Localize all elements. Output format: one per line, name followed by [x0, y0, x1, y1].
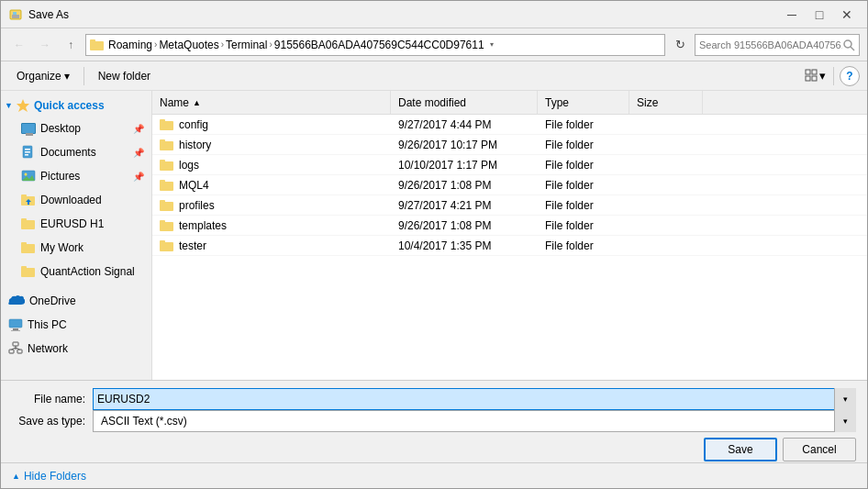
- col-header-name[interactable]: Name ▲: [152, 91, 391, 114]
- sidebar-pictures-label: Pictures: [40, 170, 80, 183]
- sidebar-item-onedrive[interactable]: OneDrive: [1, 289, 151, 313]
- sidebar-item-pictures[interactable]: Pictures 📌: [1, 164, 151, 188]
- minimize-button[interactable]: ─: [779, 5, 805, 25]
- search-icon: [842, 39, 855, 51]
- svg-rect-7: [806, 70, 810, 74]
- folder-icon-breadcrumb: [90, 38, 105, 52]
- up-button[interactable]: ↑: [60, 34, 82, 56]
- new-folder-button[interactable]: New folder: [90, 65, 159, 87]
- svg-marker-11: [17, 99, 29, 112]
- sidebar-item-downloaded[interactable]: Downloaded: [1, 188, 151, 212]
- file-type: File folder: [538, 239, 629, 252]
- svg-rect-25: [21, 242, 27, 246]
- table-row[interactable]: history 9/26/2017 10:17 PM File folder: [152, 135, 867, 155]
- svg-point-5: [844, 40, 851, 48]
- sidebar-item-quantaction[interactable]: QuantAction Signal: [1, 260, 151, 283]
- title-bar-left: Save As: [8, 7, 69, 22]
- file-folder-icon: [160, 218, 174, 233]
- col-header-type[interactable]: Type: [538, 91, 629, 114]
- sidebar-item-documents[interactable]: Documents 📌: [1, 140, 151, 164]
- quick-access-header[interactable]: ▼ Quick access: [1, 94, 151, 117]
- file-list: config 9/27/2017 4:44 PM File folder his…: [152, 115, 867, 380]
- file-date: 10/10/2017 1:17 PM: [391, 159, 538, 172]
- breadcrumb-dropdown[interactable]: ▾: [484, 35, 499, 55]
- table-row[interactable]: logs 10/10/2017 1:17 PM File folder: [152, 155, 867, 175]
- svg-point-17: [25, 173, 28, 176]
- svg-rect-29: [13, 328, 18, 330]
- forward-button[interactable]: →: [34, 34, 56, 56]
- sidebar-downloaded-label: Downloaded: [40, 194, 102, 206]
- file-date: 9/26/2017 10:17 PM: [391, 139, 538, 151]
- maximize-button[interactable]: □: [807, 5, 832, 25]
- file-name: history: [179, 139, 211, 151]
- svg-rect-48: [160, 220, 165, 224]
- file-name: profiles: [179, 199, 215, 212]
- close-button[interactable]: ✕: [834, 5, 860, 25]
- search-box[interactable]: [695, 34, 860, 56]
- downloaded-folder-icon: [21, 194, 36, 206]
- file-type: File folder: [538, 179, 629, 192]
- eurusd-folder-icon: [21, 217, 36, 230]
- sidebar-item-thispc[interactable]: This PC: [1, 313, 151, 337]
- desktop-icon: [21, 123, 36, 134]
- save-button[interactable]: Save: [704, 438, 777, 461]
- file-name-cell: profiles: [152, 198, 391, 213]
- breadcrumb-bar[interactable]: Roaming › MetaQuotes › Terminal › 915566…: [85, 34, 665, 56]
- sidebar-eurusd-label: EURUSD H1: [40, 217, 104, 230]
- table-row[interactable]: tester 10/4/2017 1:35 PM File folder: [152, 236, 867, 256]
- toolbar-separator: [83, 67, 84, 85]
- file-type: File folder: [538, 219, 629, 232]
- sidebar-item-desktop[interactable]: Desktop 📌: [1, 117, 151, 140]
- svg-rect-8: [812, 70, 817, 74]
- file-list-header: Name ▲ Date modified Type Size: [152, 91, 867, 115]
- file-date: 9/27/2017 4:44 PM: [391, 118, 538, 131]
- svg-rect-14: [25, 151, 30, 153]
- file-name: config: [179, 118, 208, 131]
- file-name: logs: [179, 159, 199, 172]
- title-bar: Save As ─ □ ✕: [1, 1, 867, 28]
- sidebar-item-eurusd[interactable]: EURUSD H1: [1, 212, 151, 236]
- help-button[interactable]: ?: [840, 66, 860, 86]
- file-name-cell: templates: [152, 218, 391, 233]
- sidebar-item-mywork[interactable]: My Work: [1, 236, 151, 260]
- file-folder-icon: [160, 178, 174, 193]
- back-button[interactable]: ←: [8, 34, 30, 56]
- file-name-cell: history: [152, 138, 391, 152]
- desktop-pin: 📌: [133, 124, 144, 134]
- toolbar: Organize ▾ New folder ▾ ?: [1, 61, 867, 91]
- file-name: tester: [179, 239, 206, 252]
- cancel-button[interactable]: Cancel: [783, 438, 856, 461]
- organize-button[interactable]: Organize ▾: [8, 65, 78, 87]
- svg-rect-10: [812, 76, 817, 81]
- view-button[interactable]: ▾: [802, 65, 828, 87]
- filename-input[interactable]: [93, 388, 856, 410]
- sidebar-item-network[interactable]: Network: [1, 337, 151, 361]
- hide-chevron-icon: ▲: [12, 472, 20, 481]
- table-row[interactable]: config 9/27/2017 4:44 PM File folder: [152, 115, 867, 135]
- col-header-date[interactable]: Date modified: [391, 91, 538, 114]
- savetype-select[interactable]: ASCII Text (*.csv): [93, 410, 856, 432]
- table-row[interactable]: profiles 9/27/2017 4:21 PM File folder: [152, 195, 867, 216]
- quick-access-icon: [16, 98, 30, 113]
- refresh-button[interactable]: ↻: [669, 34, 691, 56]
- file-folder-icon: [160, 117, 174, 132]
- save-as-dialog: Save As ─ □ ✕ ← → ↑ Roaming › MetaQuotes…: [0, 0, 868, 489]
- sidebar-documents-label: Documents: [40, 146, 96, 159]
- quick-access-chevron: ▼: [5, 101, 13, 110]
- file-name-cell: logs: [152, 158, 391, 172]
- file-date: 9/27/2017 4:21 PM: [391, 199, 538, 212]
- file-folder-icon: [160, 239, 174, 253]
- hide-folders-bar[interactable]: ▲ Hide Folders: [1, 462, 867, 488]
- col-header-size[interactable]: Size: [629, 91, 703, 114]
- documents-icon: [21, 145, 36, 160]
- network-icon: [8, 341, 23, 356]
- onedrive-icon: [8, 295, 25, 306]
- file-name-cell: tester: [152, 239, 391, 253]
- title-bar-text: Save As: [28, 8, 69, 21]
- breadcrumb-roaming: Roaming ›: [108, 39, 159, 51]
- table-row[interactable]: templates 9/26/2017 1:08 PM File folder: [152, 216, 867, 236]
- table-row[interactable]: MQL4 9/26/2017 1:08 PM File folder: [152, 175, 867, 195]
- sidebar-desktop-label: Desktop: [40, 122, 81, 135]
- breadcrumb-metaquotes: MetaQuotes ›: [159, 39, 226, 51]
- search-input[interactable]: [699, 39, 842, 50]
